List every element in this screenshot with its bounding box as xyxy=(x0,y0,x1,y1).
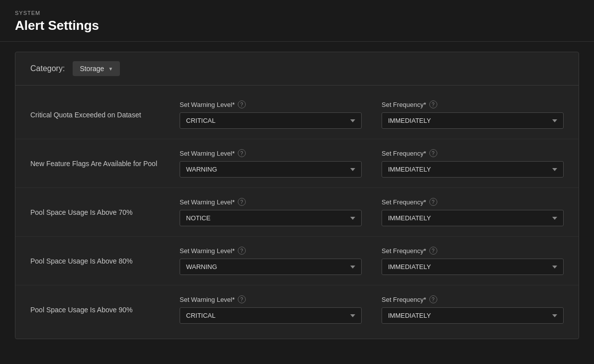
frequency-group-3: Set Frequency* ?IMMEDIATELYHOURLYDAILYWE… xyxy=(382,247,564,275)
page-header: SYSTEM Alert Settings xyxy=(0,0,594,42)
required-star: * xyxy=(232,247,235,255)
frequency-select-3[interactable]: IMMEDIATELYHOURLYDAILYWEEKLY xyxy=(382,259,564,275)
warning-level-text: Set Warning Level* xyxy=(180,101,235,108)
frequency-label-text: Set Frequency* xyxy=(382,296,426,303)
warning-level-help-icon[interactable]: ? xyxy=(238,198,246,206)
setting-name-2: Pool Space Usage Is Above 70% xyxy=(30,208,170,216)
frequency-help-icon[interactable]: ? xyxy=(429,149,437,157)
frequency-label-3: Set Frequency* ? xyxy=(382,247,564,255)
required-star: * xyxy=(232,150,235,157)
frequency-label-text: Set Frequency* xyxy=(382,101,426,108)
category-label: Category: xyxy=(30,64,65,73)
required-star: * xyxy=(232,101,235,108)
frequency-select-0[interactable]: IMMEDIATELYHOURLYDAILYWEEKLY xyxy=(382,112,564,129)
frequency-group-1: Set Frequency* ?IMMEDIATELYHOURLYDAILYWE… xyxy=(382,149,564,178)
frequency-help-icon[interactable]: ? xyxy=(429,100,437,108)
setting-row: Pool Space Usage Is Above 90%Set Warning… xyxy=(15,285,579,334)
warning-level-text: Set Warning Level* xyxy=(180,247,235,255)
frequency-select-1[interactable]: IMMEDIATELYHOURLYDAILYWEEKLY xyxy=(382,161,564,178)
main-content: Category: Storage ▼ Critical Quota Excee… xyxy=(0,42,594,349)
required-star: * xyxy=(424,198,426,206)
required-star: * xyxy=(424,150,426,157)
warning-level-help-icon[interactable]: ? xyxy=(238,295,246,303)
warning-level-label-1: Set Warning Level* ? xyxy=(180,149,362,157)
frequency-label-text: Set Frequency* xyxy=(382,150,426,157)
setting-name-0: Critical Quota Exceeded on Dataset xyxy=(30,111,170,119)
required-star: * xyxy=(424,247,426,255)
setting-controls-4: Set Warning Level* ?EMERGENCYALERTCRITIC… xyxy=(180,295,564,324)
frequency-select-4[interactable]: IMMEDIATELYHOURLYDAILYWEEKLY xyxy=(382,307,564,324)
warning-level-text: Set Warning Level* xyxy=(180,150,235,157)
warning-level-label-2: Set Warning Level* ? xyxy=(180,198,362,206)
settings-card: Category: Storage ▼ Critical Quota Excee… xyxy=(15,52,579,339)
setting-row: Critical Quota Exceeded on DatasetSet Wa… xyxy=(15,91,579,139)
frequency-group-0: Set Frequency* ?IMMEDIATELYHOURLYDAILYWE… xyxy=(382,100,564,129)
warning-level-group-0: Set Warning Level* ?EMERGENCYALERTCRITIC… xyxy=(180,100,362,129)
frequency-select-2[interactable]: IMMEDIATELYHOURLYDAILYWEEKLY xyxy=(382,210,564,226)
setting-controls-0: Set Warning Level* ?EMERGENCYALERTCRITIC… xyxy=(180,100,564,129)
warning-level-select-2[interactable]: EMERGENCYALERTCRITICALERRORWARNINGNOTICE… xyxy=(180,210,362,226)
frequency-group-4: Set Frequency* ?IMMEDIATELYHOURLYDAILYWE… xyxy=(382,295,564,324)
category-value: Storage xyxy=(80,65,104,73)
frequency-label-4: Set Frequency* ? xyxy=(382,295,564,303)
frequency-label-2: Set Frequency* ? xyxy=(382,198,564,206)
setting-name-3: Pool Space Usage Is Above 80% xyxy=(30,257,170,265)
setting-name-1: New Feature Flags Are Available for Pool xyxy=(30,160,170,168)
frequency-label-text: Set Frequency* xyxy=(382,247,426,255)
warning-level-group-4: Set Warning Level* ?EMERGENCYALERTCRITIC… xyxy=(180,295,362,324)
page-title: Alert Settings xyxy=(15,18,579,33)
frequency-label-1: Set Frequency* ? xyxy=(382,149,564,157)
category-dropdown[interactable]: Storage ▼ xyxy=(73,61,120,76)
warning-level-label-4: Set Warning Level* ? xyxy=(180,295,362,303)
setting-name-4: Pool Space Usage Is Above 90% xyxy=(30,306,170,314)
warning-level-text: Set Warning Level* xyxy=(180,198,235,206)
warning-level-select-4[interactable]: EMERGENCYALERTCRITICALERRORWARNINGNOTICE… xyxy=(180,307,362,324)
setting-row: Pool Space Usage Is Above 70%Set Warning… xyxy=(15,188,579,237)
warning-level-group-2: Set Warning Level* ?EMERGENCYALERTCRITIC… xyxy=(180,198,362,226)
frequency-help-icon[interactable]: ? xyxy=(429,198,437,206)
warning-level-help-icon[interactable]: ? xyxy=(238,149,246,157)
setting-controls-1: Set Warning Level* ?EMERGENCYALERTCRITIC… xyxy=(180,149,564,178)
warning-level-select-0[interactable]: EMERGENCYALERTCRITICALERRORWARNINGNOTICE… xyxy=(180,112,362,129)
setting-row: New Feature Flags Are Available for Pool… xyxy=(15,139,579,188)
required-star: * xyxy=(232,198,235,206)
required-star: * xyxy=(424,101,426,108)
frequency-help-icon[interactable]: ? xyxy=(429,295,437,303)
chevron-down-icon: ▼ xyxy=(108,66,113,72)
warning-level-label-3: Set Warning Level* ? xyxy=(180,247,362,255)
frequency-label-text: Set Frequency* xyxy=(382,198,426,206)
required-star: * xyxy=(424,296,426,303)
warning-level-help-icon[interactable]: ? xyxy=(238,247,246,255)
warning-level-select-3[interactable]: EMERGENCYALERTCRITICALERRORWARNINGNOTICE… xyxy=(180,259,362,275)
category-bar: Category: Storage ▼ xyxy=(15,52,579,86)
setting-controls-2: Set Warning Level* ?EMERGENCYALERTCRITIC… xyxy=(180,198,564,226)
warning-level-text: Set Warning Level* xyxy=(180,296,235,303)
settings-list: Critical Quota Exceeded on DatasetSet Wa… xyxy=(15,86,579,339)
frequency-label-0: Set Frequency* ? xyxy=(382,100,564,108)
system-label: SYSTEM xyxy=(15,10,579,16)
required-star: * xyxy=(232,296,235,303)
setting-controls-3: Set Warning Level* ?EMERGENCYALERTCRITIC… xyxy=(180,247,564,275)
frequency-help-icon[interactable]: ? xyxy=(429,247,437,255)
frequency-group-2: Set Frequency* ?IMMEDIATELYHOURLYDAILYWE… xyxy=(382,198,564,226)
setting-row: Pool Space Usage Is Above 80%Set Warning… xyxy=(15,237,579,285)
warning-level-label-0: Set Warning Level* ? xyxy=(180,100,362,108)
warning-level-select-1[interactable]: EMERGENCYALERTCRITICALERRORWARNINGNOTICE… xyxy=(180,161,362,178)
warning-level-help-icon[interactable]: ? xyxy=(238,100,246,108)
warning-level-group-1: Set Warning Level* ?EMERGENCYALERTCRITIC… xyxy=(180,149,362,178)
warning-level-group-3: Set Warning Level* ?EMERGENCYALERTCRITIC… xyxy=(180,247,362,275)
